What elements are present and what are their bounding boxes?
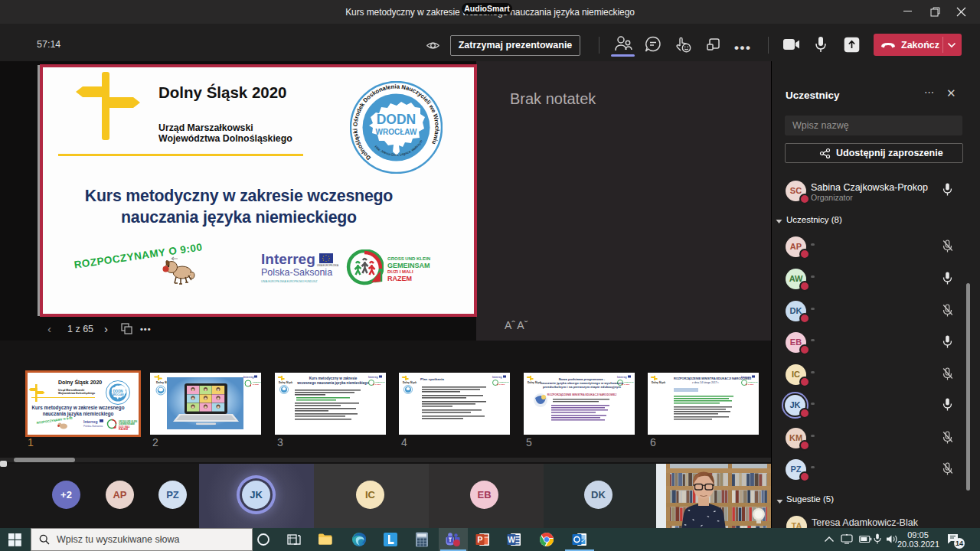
svg-text:WROCŁAW: WROCŁAW [376,128,417,136]
svg-text:Dolny Śląsk: Dolny Śląsk [528,380,541,384]
svg-text:RAZEM: RAZEM [375,383,381,385]
svg-text:Interreg: Interreg [243,376,253,379]
svg-text:Interreg: Interreg [492,376,502,379]
svg-text:W: W [508,535,515,544]
svg-text:DODN: DODN [113,390,122,393]
svg-text:Województwa Dolnośląskiego: Województwa Dolnośląskiego [58,392,95,395]
svg-text:ROZPOCZYNAMY O 9:00: ROZPOCZYNAMY O 9:00 [36,416,73,425]
svg-text:Interreg: Interreg [83,419,98,424]
svg-text:RAZEM: RAZEM [624,383,629,385]
svg-text:Interreg: Interreg [368,376,378,379]
svg-text:z dnia 14 lutego 2017 r.: z dnia 14 lutego 2017 r. [692,381,719,384]
svg-text:Dolny Śląsk 2020: Dolny Śląsk 2020 [58,379,102,386]
svg-text:Plan spotkania: Plan spotkania [420,377,445,381]
svg-text:przedszkolnym i na pierwszym e: przedszkolnym i na pierwszym etapie eduk… [543,385,621,389]
svg-text:DODN: DODN [377,112,416,127]
svg-text:Dolny Śląsk: Dolny Śląsk [279,380,292,384]
svg-text:wczesnego nauczania języka nie: wczesnego nauczania języka niemieckiego [296,381,369,385]
svg-text:WROCŁAW: WROCŁAW [112,393,123,396]
svg-text:Kurs metodyczny w zakresie: Kurs metodyczny w zakresie [309,377,358,380]
svg-text:P: P [477,535,482,544]
svg-text:Interreg: Interreg [617,376,627,379]
svg-text:GEMEINSAM: GEMEINSAM [499,381,509,383]
svg-text:ROZPORZĄDZENIE MINISTRA EDUKAC: ROZPORZĄDZENIE MINISTRA EDUKACJI NARODOW… [547,393,616,396]
svg-text:GEMEINSAM: GEMEINSAM [748,381,758,383]
svg-text:GEMEINSAM: GEMEINSAM [253,381,261,383]
svg-text:RAZEM: RAZEM [119,428,128,431]
svg-text:RAZEM: RAZEM [499,383,505,385]
svg-text:Polska-Saksonia: Polska-Saksonia [83,425,103,428]
svg-text:RAZEM: RAZEM [748,383,753,385]
svg-text:RAZEM: RAZEM [253,383,259,385]
svg-text:nauczania języka niemieckiego: nauczania języka niemieckiego [43,411,114,417]
svg-text:GEMEINSAM: GEMEINSAM [375,381,385,383]
svg-text:ROZPORZĄDZENIE MINISTRA EDUKAC: ROZPORZĄDZENIE MINISTRA EDUKACJI NARODOW… [674,377,751,380]
svg-text:Dolny Śląsk: Dolny Śląsk [403,380,416,384]
svg-text:GEMEINSAM: GEMEINSAM [624,381,634,383]
svg-text:Dolny Śląsk: Dolny Śląsk [652,380,665,384]
